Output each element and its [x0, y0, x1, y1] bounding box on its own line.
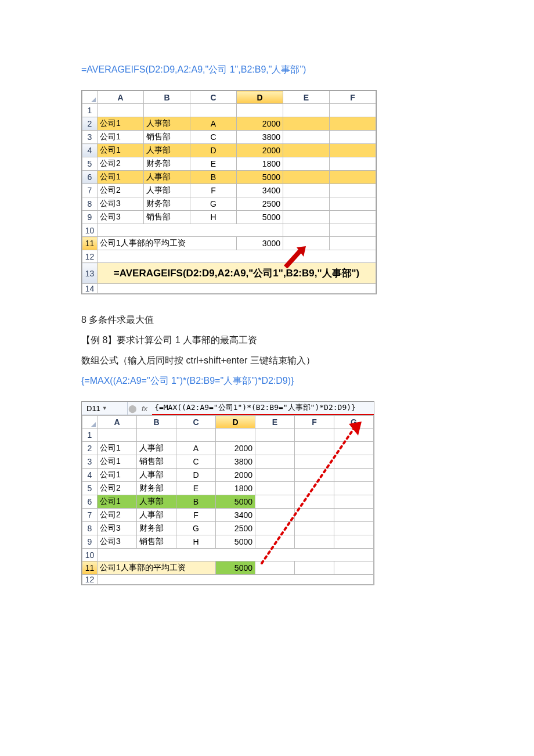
cell[interactable]	[334, 535, 374, 549]
cell[interactable]	[283, 131, 330, 144]
cell[interactable]: 5000	[237, 171, 283, 184]
col-header-f[interactable]: F	[295, 416, 334, 429]
col-header-b[interactable]: B	[144, 91, 190, 104]
cell[interactable]	[334, 509, 374, 522]
row-header-8[interactable]: 8	[82, 197, 98, 211]
cell[interactable]	[255, 535, 295, 549]
cell[interactable]	[330, 157, 376, 171]
cell[interactable]	[98, 224, 283, 237]
cell[interactable]	[330, 237, 376, 250]
cell[interactable]	[283, 224, 330, 237]
cell[interactable]: 2000	[216, 469, 255, 482]
row-header-7[interactable]: 7	[82, 184, 98, 197]
col-header-c[interactable]: C	[176, 416, 216, 429]
cell[interactable]: 公司1	[98, 131, 144, 144]
cell[interactable]	[283, 104, 330, 117]
select-all-corner[interactable]	[82, 416, 98, 429]
row-header-12[interactable]: 12	[82, 250, 98, 263]
cell[interactable]	[255, 509, 295, 522]
cell[interactable]: 财务部	[144, 157, 190, 171]
cell[interactable]: E	[176, 482, 216, 495]
cell[interactable]: H	[190, 211, 237, 224]
cell[interactable]	[334, 482, 374, 495]
col-header-c[interactable]: C	[190, 91, 237, 104]
cell[interactable]	[98, 250, 376, 263]
cell[interactable]	[334, 429, 374, 442]
row-header-4[interactable]: 4	[82, 144, 98, 157]
cell[interactable]	[334, 442, 374, 455]
cell[interactable]: 公司2	[98, 157, 144, 171]
cell[interactable]: 1800	[237, 157, 283, 171]
row-header-11[interactable]: 11	[82, 561, 98, 575]
cell[interactable]: C	[176, 455, 216, 469]
col-header-a[interactable]: A	[98, 91, 144, 104]
cell[interactable]: 5000	[237, 211, 283, 224]
cell[interactable]: 财务部	[137, 482, 176, 495]
cell[interactable]: D	[190, 144, 237, 157]
cell[interactable]: 人事部	[137, 509, 176, 522]
fx-icon[interactable]: fx	[137, 404, 152, 413]
result-value-cell[interactable]: 3000	[237, 237, 283, 250]
cell[interactable]	[330, 211, 376, 224]
cell[interactable]	[330, 224, 376, 237]
cell[interactable]	[255, 495, 295, 509]
cell[interactable]: F	[190, 184, 237, 197]
row-header-3[interactable]: 3	[82, 455, 98, 469]
cell[interactable]: 财务部	[144, 197, 190, 211]
row-header-1[interactable]: 1	[82, 104, 98, 117]
cell[interactable]: 公司1	[98, 469, 137, 482]
cell[interactable]: 2500	[216, 522, 255, 535]
cell[interactable]	[255, 429, 295, 442]
col-header-f[interactable]: F	[330, 91, 376, 104]
row-header-2[interactable]: 2	[82, 117, 98, 131]
cell[interactable]	[295, 535, 334, 549]
cell[interactable]: 公司1	[98, 171, 144, 184]
cell[interactable]: 公司3	[98, 197, 144, 211]
col-header-g[interactable]: G	[334, 416, 374, 429]
table-header-cell[interactable]: 姓名	[190, 104, 237, 117]
cell[interactable]	[255, 482, 295, 495]
cell[interactable]	[295, 495, 334, 509]
result-label-cell[interactable]: 公司1人事部的平均工资	[98, 561, 216, 575]
result-value-cell[interactable]: 5000	[216, 561, 255, 575]
cell[interactable]: 销售部	[137, 455, 176, 469]
cell[interactable]	[330, 117, 376, 131]
cell[interactable]	[330, 171, 376, 184]
cell[interactable]	[98, 549, 374, 561]
cell[interactable]	[98, 284, 376, 294]
cell[interactable]	[295, 522, 334, 535]
cell[interactable]	[283, 157, 330, 171]
cell[interactable]: 公司3	[98, 522, 137, 535]
cell[interactable]: 人事部	[137, 495, 176, 509]
cell[interactable]	[283, 211, 330, 224]
cell[interactable]: 2000	[216, 442, 255, 455]
cell[interactable]: 2000	[237, 144, 283, 157]
select-all-corner[interactable]	[82, 91, 98, 104]
cell[interactable]: 1800	[216, 482, 255, 495]
cell[interactable]	[330, 197, 376, 211]
cell[interactable]: 人事部	[144, 171, 190, 184]
cell[interactable]	[255, 522, 295, 535]
cell[interactable]	[295, 509, 334, 522]
cell[interactable]: D	[176, 469, 216, 482]
cell[interactable]	[295, 442, 334, 455]
cell[interactable]: B	[190, 171, 237, 184]
cell[interactable]: E	[190, 157, 237, 171]
row-header-2[interactable]: 2	[82, 442, 98, 455]
cell[interactable]	[283, 197, 330, 211]
row-header-10[interactable]: 10	[82, 549, 98, 561]
cell[interactable]	[255, 469, 295, 482]
cell[interactable]	[295, 429, 334, 442]
cell[interactable]: 公司2	[98, 184, 144, 197]
cell[interactable]: 财务部	[137, 522, 176, 535]
cell[interactable]	[255, 442, 295, 455]
cell[interactable]: 公司2	[98, 509, 137, 522]
cell[interactable]: B	[176, 495, 216, 509]
cell[interactable]	[255, 561, 295, 575]
cell[interactable]	[98, 575, 374, 585]
cell[interactable]	[334, 522, 374, 535]
cell[interactable]: G	[176, 522, 216, 535]
cell[interactable]: 销售部	[144, 211, 190, 224]
table-header-cell[interactable]: 工资	[237, 104, 283, 117]
row-header-1[interactable]: 1	[82, 429, 98, 442]
